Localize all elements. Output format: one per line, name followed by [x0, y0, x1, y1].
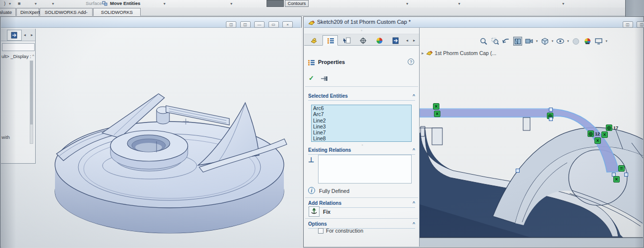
- tab-feature-manager[interactable]: [306, 35, 322, 46]
- entity-row[interactable]: Line7: [312, 129, 411, 135]
- panel-scrollbar[interactable]: [30, 61, 33, 144]
- tab-scroll-arrows[interactable]: ◂ ▸: [406, 38, 417, 43]
- scrollbar-thumb[interactable]: [30, 61, 33, 124]
- tab-cam-manager[interactable]: [388, 35, 403, 46]
- toolbar-square-icon[interactable]: ■: [18, 0, 21, 6]
- entity-row[interactable]: Arc6: [312, 105, 411, 111]
- tab-scroll-arrows[interactable]: ◂ ▸: [24, 33, 35, 37]
- ok-check-icon[interactable]: ✓: [309, 74, 314, 82]
- tab-dimxpert[interactable]: DimXpert: [16, 8, 39, 16]
- fix-relation-marker[interactable]: ×: [433, 103, 439, 110]
- caret-down-icon[interactable]: ▾: [536, 39, 538, 43]
- tab-display-manager[interactable]: [372, 35, 387, 46]
- entity-row[interactable]: Arc7: [312, 111, 411, 117]
- left-window-titlebar[interactable]: ◫ ◫ — ▭ ×: [1, 17, 301, 28]
- tile-window-icon[interactable]: ◫: [623, 21, 633, 28]
- entity-row[interactable]: Line3: [312, 124, 411, 129]
- viewport-feature-tree[interactable]: ▸ 1st Phorm Custom Cap (...: [422, 50, 496, 56]
- model-viewport[interactable]: [1, 28, 302, 248]
- pressed-toolbar-button[interactable]: [267, 0, 284, 7]
- config-tree-text[interactable]: ult> _Display :: [1, 54, 31, 59]
- fix-relation-marker[interactable]: ×: [434, 111, 440, 117]
- fix-anchor-icon: [310, 208, 318, 215]
- sketch-section-graphics: [420, 28, 643, 247]
- for-construction-checkbox[interactable]: [318, 228, 323, 234]
- dropdown-caret-icon[interactable]: ▾: [230, 1, 232, 6]
- info-icon: i: [308, 187, 315, 194]
- tree-item-label[interactable]: 1st Phorm Custom Cap (...: [435, 50, 496, 56]
- tile-window-icon[interactable]: ◫: [226, 21, 236, 28]
- color-wheel-icon: [376, 37, 383, 44]
- dropdown-caret-icon[interactable]: ▾: [406, 1, 408, 6]
- fix-relation-button[interactable]: [309, 206, 320, 217]
- selected-entities-listbox[interactable]: Arc6 Arc7 Line2 Line3 Line7 Line8: [311, 105, 412, 142]
- pin-icon[interactable]: [321, 76, 329, 81]
- existing-relations-listbox[interactable]: [318, 155, 412, 184]
- dropdown-caret-icon[interactable]: ▾: [9, 1, 11, 6]
- entity-row[interactable]: Line8: [312, 135, 411, 141]
- fix-relation-marker[interactable]: ×: [594, 137, 601, 144]
- cut-toolbar-icon[interactable]: ): [4, 0, 5, 6]
- move-entities-button[interactable]: Move Entities: [110, 0, 140, 6]
- help-icon[interactable]: ?: [408, 59, 414, 65]
- tab-cam-tree[interactable]: [7, 30, 22, 41]
- tab-configuration-manager[interactable]: [339, 35, 354, 46]
- display-style-eye-icon[interactable]: [556, 37, 565, 46]
- section-selected-entities[interactable]: Selected Entities ^: [308, 93, 415, 101]
- section-existing-relations[interactable]: Existing Relations ^: [308, 147, 415, 155]
- scene-ball-icon[interactable]: [583, 37, 592, 46]
- minimize-icon[interactable]: —: [254, 21, 265, 28]
- tab-property-manager[interactable]: [322, 35, 338, 46]
- restore-icon[interactable]: ▭: [268, 21, 279, 28]
- coincident-relation-marker[interactable]: ◎: [588, 130, 594, 137]
- equal-relation-marker[interactable]: =: [618, 165, 625, 172]
- contours-button[interactable]: Contours: [285, 0, 309, 7]
- zoom-fit-icon[interactable]: [479, 37, 488, 46]
- config-combobox[interactable]: [2, 43, 35, 51]
- collapse-chevron-icon[interactable]: ^: [413, 93, 415, 98]
- dropdown-caret-icon[interactable]: ▾: [562, 1, 564, 6]
- sketch-endpoint[interactable]: [549, 117, 553, 121]
- orientation-cube-icon[interactable]: [540, 37, 549, 46]
- panel-resize-strip[interactable]: ◦: [304, 28, 419, 34]
- model-window: ◫ ◫ — ▭ ×: [0, 16, 302, 248]
- section-view-icon[interactable]: [513, 37, 522, 46]
- appearance-sphere-icon[interactable]: [572, 37, 581, 46]
- surface-button[interactable]: Surface: [86, 0, 102, 6]
- coincident-relation-marker[interactable]: ◎: [606, 124, 612, 131]
- scroll-up-arrow[interactable]: ^: [32, 54, 34, 58]
- tile-window-icon[interactable]: ◫: [637, 21, 644, 28]
- camera-views-icon[interactable]: [525, 37, 534, 46]
- caret-down-icon[interactable]: ▾: [552, 39, 554, 43]
- collapse-chevron-icon[interactable]: ^: [413, 221, 415, 226]
- sketch-endpoint[interactable]: [549, 108, 553, 112]
- entity-row[interactable]: Line2: [312, 118, 411, 124]
- dropdown-caret-icon[interactable]: ▾: [458, 1, 460, 6]
- tab-solidworks-add-ins[interactable]: SOLIDWORKS Add-Ins: [40, 8, 93, 16]
- tab-dimxpert-manager[interactable]: [355, 35, 371, 46]
- collapse-chevron-icon[interactable]: ^: [413, 200, 415, 205]
- dropdown-caret-icon[interactable]: ▾: [163, 1, 165, 6]
- caret-down-icon[interactable]: ▾: [567, 39, 569, 43]
- caret-down-icon[interactable]: ▾: [606, 39, 608, 43]
- sketch-icon: [308, 19, 315, 26]
- view-settings-monitor-icon[interactable]: [594, 37, 603, 46]
- tile-window-icon[interactable]: ◫: [240, 21, 251, 28]
- sketch-endpoint[interactable]: [624, 173, 628, 177]
- previous-view-icon[interactable]: [502, 37, 511, 46]
- collapse-chevron-icon[interactable]: ^: [413, 147, 415, 152]
- tree-caret-icon[interactable]: ▸: [422, 51, 424, 56]
- zoom-area-icon[interactable]: [490, 37, 499, 46]
- dropdown-caret-icon[interactable]: ▾: [35, 1, 37, 6]
- close-icon[interactable]: ×: [282, 21, 293, 28]
- fix-relation-marker[interactable]: ×: [613, 176, 620, 183]
- right-window-titlebar[interactable]: Sketch209 of 1st Phorm Custom Cap * ◫ ◫: [304, 17, 643, 28]
- fix-relation-marker[interactable]: ×: [601, 131, 608, 138]
- sketch-endpoint[interactable]: [516, 169, 520, 173]
- section-add-relations[interactable]: Add Relations ^: [308, 200, 415, 208]
- dropdown-caret-icon[interactable]: ▾: [52, 1, 54, 6]
- tab-solidworks-cam[interactable]: SOLIDWORKS CAM: [93, 8, 141, 16]
- tab-evaluate[interactable]: aluate: [0, 8, 16, 16]
- sketch-viewport[interactable]: ▾ ▾ ▾ ▾ ▸ 1st Phorm Custom Cap (...: [420, 28, 643, 247]
- list-resize-handle[interactable]: ◦: [362, 143, 363, 147]
